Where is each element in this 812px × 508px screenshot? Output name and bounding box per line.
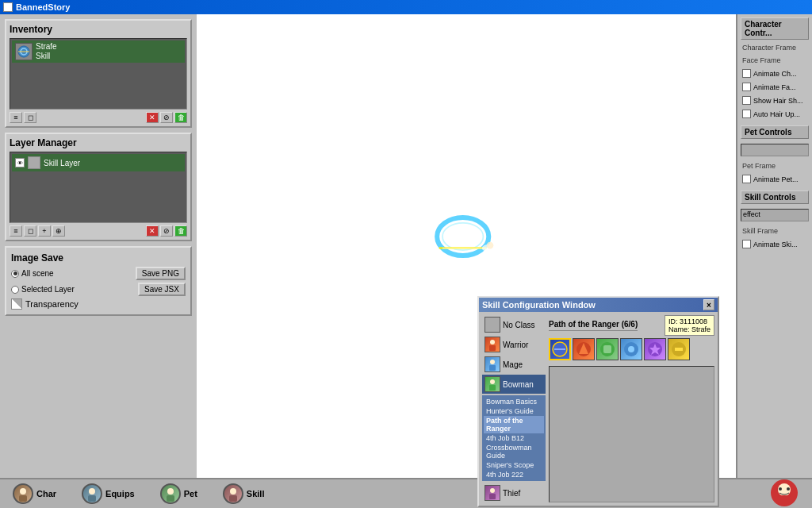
svg-rect-12 <box>489 365 496 371</box>
transparency-row: Transparency <box>11 298 186 310</box>
radio-all-scene[interactable] <box>11 270 19 278</box>
animate-char-label: Animate Ch... <box>753 70 797 78</box>
auto-hair-check[interactable] <box>742 110 751 118</box>
eye-icon[interactable]: 👁 <box>15 158 25 167</box>
svg-rect-14 <box>489 385 496 391</box>
svg-point-40 <box>779 487 782 491</box>
tab-char-icon <box>13 483 33 504</box>
svg-point-24 <box>628 346 634 352</box>
tab-pet[interactable]: Pet <box>155 482 202 506</box>
layer-manager-section: Layer Manager 👁 Skill Layer ≡ ◻ + ⊕ ✕ ⊘ … <box>5 133 192 241</box>
char-frame-label: Character Frame <box>741 43 809 52</box>
tab-char[interactable]: Char <box>8 482 61 506</box>
skill-slot-4[interactable] <box>620 338 642 360</box>
svg-point-13 <box>490 379 495 384</box>
show-hair-row: Show Hair Sh... <box>741 95 809 106</box>
animate-face-check[interactable] <box>742 83 751 91</box>
tab-skill[interactable]: Skill <box>218 482 270 506</box>
subclass-4th-job-222[interactable]: 4th Job 222 <box>484 470 544 479</box>
subclass-snipers-scope[interactable]: Sniper's Scope <box>484 460 544 470</box>
inventory-btn-1[interactable]: ≡ <box>10 112 22 123</box>
class-icon-mage <box>485 356 500 372</box>
class-warrior[interactable]: Warrior <box>482 335 546 354</box>
class-no-class[interactable]: No Class <box>482 315 546 334</box>
inventory-btn-trash[interactable]: 🗑 <box>174 112 187 123</box>
radio-selected-layer[interactable] <box>11 286 19 294</box>
skill-detail-area <box>549 366 714 502</box>
subclass-path-ranger[interactable]: Path of the Ranger <box>484 416 544 433</box>
layer-btn-4[interactable]: ⊕ <box>52 225 65 237</box>
layer-btn-1[interactable]: ≡ <box>10 225 22 237</box>
save-png-button[interactable]: Save PNG <box>136 267 186 280</box>
subclass-bowman-basics[interactable]: Bowman Basics <box>484 397 544 406</box>
char-control-title: Character Contr... <box>741 17 809 40</box>
selected-layer-label: Selected Layer <box>21 285 75 294</box>
svg-rect-10 <box>489 345 496 351</box>
tab-pet-icon <box>160 483 181 504</box>
layer-thumb <box>28 156 40 169</box>
pet-dropdown[interactable] <box>741 144 809 156</box>
skill-slot-2[interactable] <box>573 338 595 360</box>
skill-slot-3[interactable] <box>596 338 619 360</box>
class-label-noclass: No Class <box>503 321 535 329</box>
selected-layer-radio[interactable]: Selected Layer <box>11 285 75 294</box>
layer-label: Skill Layer <box>44 159 80 167</box>
svg-point-15 <box>490 488 495 493</box>
svg-point-4 <box>442 223 483 250</box>
svg-rect-36 <box>229 495 237 502</box>
inventory-btn-red[interactable]: ✕ <box>146 112 159 123</box>
tab-equips[interactable]: Equips <box>77 482 140 506</box>
animate-char-check[interactable] <box>742 69 751 78</box>
subclass-hunters-guide[interactable]: Hunter's Guide <box>484 406 544 416</box>
svg-point-11 <box>490 360 495 364</box>
main-layout: Inventory Strafe Skill <box>0 14 812 508</box>
tab-skill-icon <box>223 483 243 504</box>
class-bowman[interactable]: Bowman <box>482 375 546 394</box>
all-scene-radio[interactable]: All scene <box>11 269 54 278</box>
svg-point-9 <box>490 340 495 344</box>
skill-slot-6[interactable] <box>668 338 690 360</box>
svg-rect-28 <box>675 348 683 351</box>
layer-btn-red[interactable]: ✕ <box>146 225 159 237</box>
skill-slot-5[interactable] <box>644 338 666 360</box>
inventory-item[interactable]: Strafe Skill <box>12 40 185 63</box>
subclass-list: Bowman Basics Hunter's Guide Path of the… <box>482 395 546 481</box>
class-icon-warrior <box>485 337 500 352</box>
animate-pet-check[interactable] <box>742 175 751 183</box>
animate-face-row: Animate Fa... <box>741 82 809 92</box>
class-icon-thief <box>485 485 500 501</box>
class-label-bowman: Bowman <box>503 380 534 389</box>
inventory-btn-2[interactable]: ◻ <box>24 112 36 123</box>
class-icon-noclass <box>485 317 500 333</box>
svg-point-29 <box>20 488 26 495</box>
skill-effect-dropdown[interactable]: effect <box>741 209 809 221</box>
layer-btn-2[interactable]: ◻ <box>24 225 36 237</box>
auto-hair-row: Auto Hair Up... <box>741 109 809 119</box>
animate-pet-label: Animate Pet... <box>753 175 799 183</box>
animate-skill-row: Animate Ski... <box>741 239 809 249</box>
skill-config-close[interactable]: × <box>703 299 714 310</box>
all-scene-row: All scene Save PNG <box>11 267 186 280</box>
right-panel: Character Contr... Character Frame Face … <box>736 14 812 508</box>
inventory-toolbar: ≡ ◻ ✕ ⊘ 🗑 <box>10 112 187 123</box>
skill-frame-label: Skill Frame <box>741 226 809 236</box>
subclass-crossbowman[interactable]: Crossbowman Guide <box>484 443 544 460</box>
item-icon <box>15 43 33 60</box>
class-thief[interactable]: Thief <box>482 483 546 502</box>
animate-skill-check[interactable] <box>742 240 751 248</box>
layer-btn-5[interactable]: ⊘ <box>160 225 173 237</box>
tab-equips-icon <box>82 483 102 504</box>
selected-layer-row: Selected Layer Save JSX <box>11 283 186 296</box>
svg-rect-22 <box>603 345 611 353</box>
subclass-4th-job-b12[interactable]: 4th Job B12 <box>484 433 544 443</box>
save-jsx-button[interactable]: Save JSX <box>138 283 186 296</box>
show-hair-check[interactable] <box>742 96 751 105</box>
layer-item[interactable]: 👁 Skill Layer <box>12 154 185 171</box>
skill-config-title: Skill Configuration Window <box>482 300 596 310</box>
layer-btn-trash2[interactable]: 🗑 <box>174 225 187 237</box>
class-mage[interactable]: Mage <box>482 355 546 374</box>
skill-path-title: Path of the Ranger (6/6) <box>549 320 638 331</box>
inventory-btn-3[interactable]: ⊘ <box>160 112 173 123</box>
skill-slot-1[interactable] <box>549 338 571 360</box>
layer-btn-3[interactable]: + <box>38 225 51 237</box>
